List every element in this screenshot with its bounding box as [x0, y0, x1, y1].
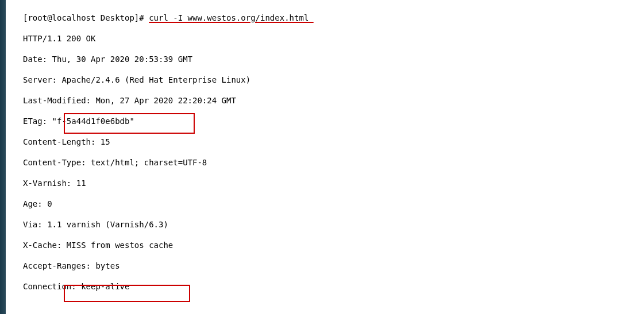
- shell-prompt: [root@localhost Desktop]#: [23, 13, 149, 22]
- resp1-via: Via: 1.1 varnish (Varnish/6.3): [23, 219, 644, 230]
- resp1-lastmod: Last-Modified: Mon, 27 Apr 2020 22:20:24…: [23, 95, 644, 106]
- left-edge-strip: [0, 0, 6, 314]
- resp1-xcache: X-Cache: MISS from westos cache: [23, 240, 644, 250]
- terminal-output[interactable]: [root@localhost Desktop]# curl -I www.we…: [23, 2, 644, 314]
- resp1-server: Server: Apache/2.4.6 (Red Hat Enterprise…: [23, 75, 644, 85]
- resp1-xcache-prefix: X-Cache:: [23, 241, 67, 250]
- resp1-clen: Content-Length: 15: [23, 137, 644, 147]
- resp1-accept: Accept-Ranges: bytes: [23, 261, 644, 271]
- resp1-date: Date: Thu, 30 Apr 2020 20:53:39 GMT: [23, 54, 644, 64]
- resp1-http: HTTP/1.1 200 OK: [23, 33, 644, 44]
- command-1: curl -I www.westos.org/index.html: [149, 13, 314, 22]
- resp1-age: Age: 0: [23, 199, 644, 209]
- resp1-ctype: Content-Type: text/html; charset=UTF-8: [23, 157, 644, 168]
- gutter: [6, 0, 23, 314]
- highlight-box-him: [64, 285, 190, 302]
- blank-line-1: [23, 302, 644, 312]
- resp1-xcache-value: MISS from westos cache: [67, 241, 173, 250]
- resp1-xvarnish: X-Varnish: 11: [23, 178, 644, 188]
- prompt-line-1: [root@localhost Desktop]# curl -I www.we…: [23, 13, 644, 23]
- highlight-box-miss: [64, 113, 195, 134]
